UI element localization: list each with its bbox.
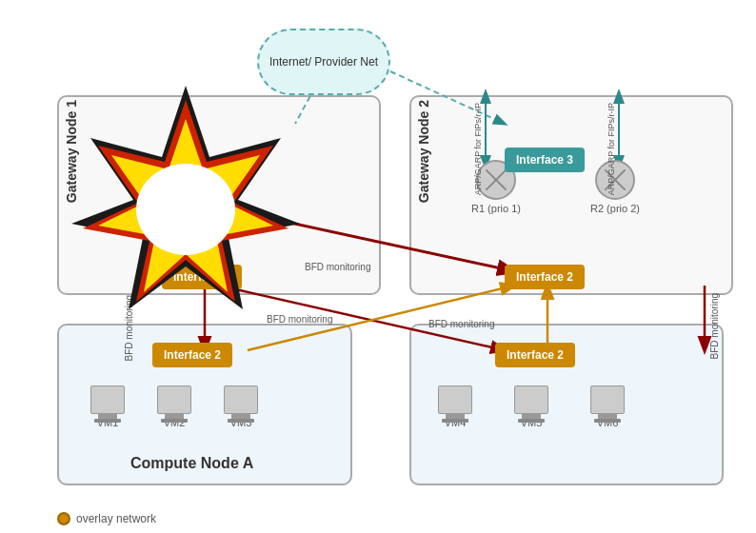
vm5: VM5: [514, 385, 548, 428]
bfd-label-5: BFD monitoring: [124, 295, 134, 361]
interface-3-label: Interface 3: [516, 153, 573, 167]
compute-b-interface2-box: Interface 2: [495, 343, 575, 367]
legend-dot: [57, 512, 70, 525]
vm1: VM1: [90, 385, 125, 428]
vm2: VM2: [157, 385, 191, 428]
compute-a-interface2-box: Interface 2: [152, 343, 232, 367]
arp-label-right: ARP/GARP for FIPs/r-IP: [607, 103, 616, 195]
vm5-icon: [514, 385, 548, 414]
vm4-icon: [438, 385, 472, 414]
diagram-container: Internet/ Provider Net Gateway Node 1 Ga…: [0, 0, 756, 533]
vm3-icon: [224, 385, 258, 414]
legend: overlay network: [57, 512, 156, 525]
internet-cloud: Internet/ Provider Net: [257, 29, 390, 95]
bfd-label-4: BFD monitoring: [709, 293, 720, 359]
gateway-node-2-label: Gateway Node 2: [411, 95, 436, 207]
vm6: VM6: [590, 385, 625, 428]
gw1-interface2-label: Interface 2: [173, 270, 230, 284]
gw2-interface2-label: Interface 2: [516, 270, 573, 284]
compute-a-interface2-label: Interface 2: [164, 348, 221, 362]
bfd-label-1: BFD monitoring: [305, 262, 370, 272]
vm6-icon: [590, 385, 625, 414]
cloud-label: Internet/ Provider Net: [269, 55, 378, 69]
gateway-node-1-label: Gateway Node 1: [59, 95, 84, 207]
legend-label: overlay network: [76, 512, 156, 525]
router-r2-label: R2 (prio 2): [590, 203, 640, 214]
vm2-icon: [157, 385, 191, 414]
vm1-icon: [90, 385, 125, 414]
vm3: VM3: [224, 385, 258, 428]
arp-label-left: ARP/GARP for FIPs/r-IP: [473, 103, 483, 195]
gw2-interface2-box: Interface 2: [505, 265, 585, 289]
bfd-label-3: BFD monitoring: [428, 319, 494, 329]
bfd-label-2: BFD monitoring: [267, 314, 332, 325]
gw1-interface2-box: Interface 2: [162, 265, 242, 289]
compute-b-interface2-label: Interface 2: [507, 348, 564, 362]
interface-3-box: Interface 3: [505, 148, 585, 172]
vm4: VM4: [438, 385, 472, 428]
router-r1-label: R1 (prio 1): [471, 203, 521, 214]
compute-node-a-label: Compute Node A: [130, 455, 253, 472]
